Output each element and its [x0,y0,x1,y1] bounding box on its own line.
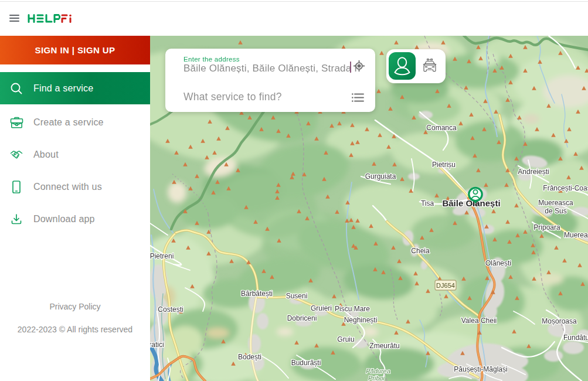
svg-text:Păușești-Măglași: Păușești-Măglași [454,365,507,373]
svg-text:DJ654: DJ654 [436,282,455,289]
svg-text:Gruiu: Gruiu [337,335,354,343]
svg-text:Neghinești: Neghinești [344,316,378,324]
svg-text:Fundătura: Fundătura [563,334,588,342]
svg-text:Cheia: Cheia [411,247,430,255]
svg-text:Pădurea: Pădurea [366,368,390,375]
svg-text:Andreiești: Andreiești [518,168,549,176]
svg-text:Costești: Costești [158,305,183,314]
svg-text:Moșoroasa: Moșoroasa [542,317,577,325]
svg-text:Bodești: Bodești [238,353,261,361]
svg-text:Frâncești-Coasta: Frâncești-Coasta [543,184,588,192]
svg-text:Pietrișu: Pietrișu [432,161,456,169]
svg-text:Bărbătești: Bărbătești [241,290,273,298]
svg-text:Gurguiata: Gurguiata [365,172,396,181]
svg-text:Zmeurătu: Zmeurătu [369,342,399,350]
svg-text:Piscu Mare: Piscu Mare [335,305,370,313]
svg-text:ratici: ratici [150,341,164,349]
svg-text:Olănești: Olănești [485,259,511,267]
svg-text:Priboi: Priboi [368,375,385,381]
svg-text:Valea Cheii: Valea Cheii [461,317,497,325]
svg-text:de Sus: de Sus [545,207,566,215]
svg-text:Comanca: Comanca [426,124,457,132]
svg-text:Muereasca: Muereasca [564,231,588,239]
svg-text:Budurăști: Budurăști [291,359,321,367]
svg-text:Pripoara: Pripoara [533,223,560,232]
svg-text:Muereasca: Muereasca [538,199,573,207]
svg-text:Tisa: Tisa [421,199,434,207]
svg-text:Gruieri: Gruieri [311,304,332,312]
svg-text:Suseni: Suseni [286,292,308,300]
svg-text:Dobriceni: Dobriceni [287,314,317,322]
svg-text:Pietreni: Pietreni [150,252,174,260]
